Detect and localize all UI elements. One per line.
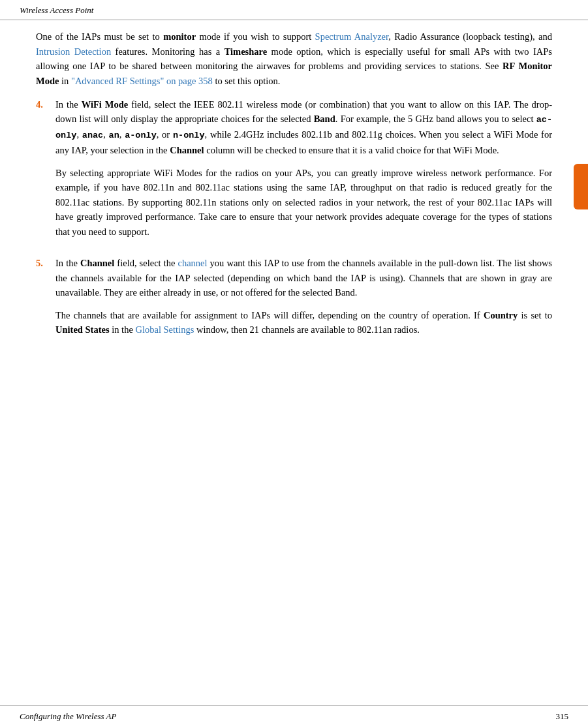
intrusion-detection-link[interactable]: Intrusion Detection: [36, 46, 111, 57]
item-5-content: In the Channel field, select the channel…: [55, 256, 552, 345]
spectrum-analyzer-link[interactable]: Spectrum Analyzer: [315, 31, 389, 42]
country-bold: Country: [484, 310, 518, 320]
channel-bold: Channel: [170, 145, 204, 155]
advanced-rf-settings-link[interactable]: "Advanced RF Settings" on page 358: [71, 76, 213, 86]
timeshare-bold: Timeshare: [224, 46, 268, 57]
a-only-mono: a-only: [125, 131, 157, 140]
intro-paragraph: One of the IAPs must be set to monitor m…: [36, 29, 552, 88]
global-settings-link[interactable]: Global Settings: [135, 324, 194, 335]
an-mono: an: [109, 131, 119, 140]
intro-text: One of the IAPs must be set to monitor m…: [36, 29, 552, 88]
page-header: Wireless Access Point: [0, 0, 588, 20]
band-bold: Band: [314, 114, 335, 124]
anac-mono: anac: [82, 131, 103, 140]
footer-right: 315: [556, 710, 569, 723]
item-number-5: 5.: [36, 256, 55, 270]
item-number-4: 4.: [36, 97, 55, 112]
n-only-mono: n-only: [173, 131, 205, 140]
item-4-content: In the WiFi Mode field, select the IEEE …: [55, 97, 552, 247]
item-4-para1: In the WiFi Mode field, select the IEEE …: [55, 97, 552, 158]
page-content: One of the IAPs must be set to monitor m…: [0, 20, 588, 705]
item-5-para2: The channels that are available for assi…: [55, 308, 552, 337]
monitor-bold: monitor: [163, 31, 196, 42]
wifi-mode-bold: WiFi Mode: [82, 99, 129, 110]
item-4-para2: By selecting appropriate WiFi Modes for …: [55, 166, 552, 239]
item-5-para1: In the Channel field, select the channel…: [55, 256, 552, 300]
header-title: Wireless Access Point: [20, 4, 93, 17]
united-states-bold: United States: [55, 324, 110, 335]
page-footer: Configuring the Wireless AP 315: [0, 705, 588, 727]
list-item-4: 4. In the WiFi Mode field, select the IE…: [36, 97, 552, 247]
footer-left: Configuring the Wireless AP: [20, 710, 116, 723]
channel-field-bold: Channel: [80, 258, 114, 268]
channel-link[interactable]: channel: [178, 258, 207, 268]
list-item-5: 5. In the Channel field, select the chan…: [36, 256, 552, 345]
page-container: Wireless Access Point One of the IAPs mu…: [0, 0, 588, 727]
side-tab: [574, 164, 588, 209]
